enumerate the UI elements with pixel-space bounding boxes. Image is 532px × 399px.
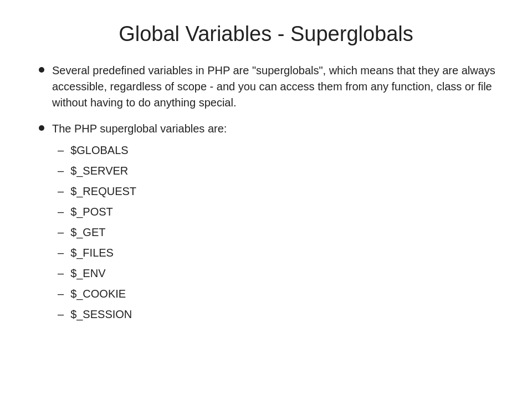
sub-dash-3: –	[58, 204, 64, 220]
sub-item-1: –$_SERVER	[58, 163, 499, 179]
bullet-item-1: Several predefined variables in PHP are …	[39, 63, 499, 111]
sub-text-2: $_REQUEST	[70, 183, 136, 200]
bullet-dot-1	[39, 67, 44, 73]
sub-dash-6: –	[58, 265, 64, 282]
slide-title: Global Variables - Superglobals	[33, 22, 499, 46]
bullet-text-2: The PHP superglobal variables are:	[52, 121, 499, 137]
sub-dash-5: –	[58, 245, 64, 261]
sub-text-8: $_SESSION	[70, 306, 132, 323]
sub-item-0: –$GLOBALS	[58, 142, 499, 158]
sub-dash-0: –	[58, 142, 64, 158]
sub-dash-1: –	[58, 163, 64, 179]
sub-text-6: $_ENV	[70, 265, 105, 282]
sub-text-1: $_SERVER	[70, 163, 128, 179]
sub-dash-8: –	[58, 306, 64, 323]
sub-text-3: $_POST	[70, 204, 113, 220]
sub-dash-4: –	[58, 224, 64, 241]
sub-text-4: $_GET	[70, 224, 105, 241]
sub-dash-2: –	[58, 183, 64, 200]
sub-dash-7: –	[58, 286, 64, 302]
sub-list: –$GLOBALS–$_SERVER–$_REQUEST–$_POST–$_GE…	[58, 142, 499, 323]
bullet-text-2-container: The PHP superglobal variables are: –$GLO…	[52, 121, 499, 327]
bullet-text-1: Several predefined variables in PHP are …	[52, 63, 499, 111]
sub-text-7: $_COOKIE	[70, 286, 126, 302]
sub-text-5: $_FILES	[70, 245, 114, 261]
sub-item-5: –$_FILES	[58, 245, 499, 261]
slide: Global Variables - Superglobals Several …	[0, 0, 532, 399]
sub-item-8: –$_SESSION	[58, 306, 499, 323]
bullet-dot-2	[39, 125, 44, 131]
sub-item-7: –$_COOKIE	[58, 286, 499, 302]
sub-text-0: $GLOBALS	[70, 142, 129, 158]
sub-item-3: –$_POST	[58, 204, 499, 220]
sub-item-2: –$_REQUEST	[58, 183, 499, 200]
sub-item-4: –$_GET	[58, 224, 499, 241]
bullet-item-2: The PHP superglobal variables are: –$GLO…	[39, 121, 499, 327]
content-area: Several predefined variables in PHP are …	[33, 63, 499, 377]
sub-item-6: –$_ENV	[58, 265, 499, 282]
